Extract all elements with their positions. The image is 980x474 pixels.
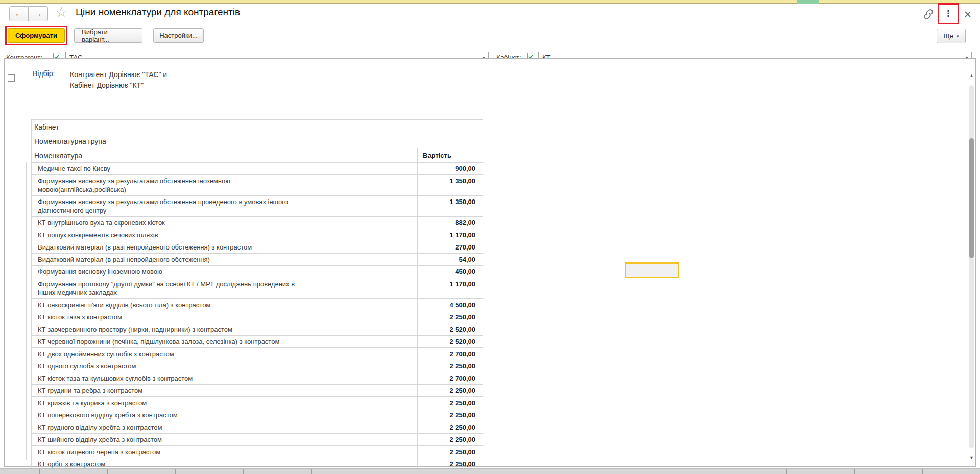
table-row[interactable]: КТ двох однойменних суглобів з контрасто…: [32, 348, 483, 360]
more-button-label: Ще: [944, 32, 953, 40]
price-cell[interactable]: 1 170,00: [417, 229, 483, 241]
vertical-scrollbar[interactable]: ▲ ▼: [967, 59, 975, 466]
price-cell[interactable]: 2 250,00: [417, 397, 483, 409]
nomenclature-cell[interactable]: Видатковий матеріал (в разі непройденого…: [32, 254, 417, 265]
table-row[interactable]: КТ шийного відділу хребта з контрастом2 …: [32, 434, 483, 446]
table-row[interactable]: КТ онкоскринінг п'яти відділів (всього т…: [32, 299, 483, 311]
price-cell[interactable]: 2 520,00: [417, 336, 483, 347]
group-gutter-line: [19, 162, 19, 460]
table-row[interactable]: Формування висновку за результатами обст…: [32, 175, 483, 196]
history-nav-group: ← →: [9, 6, 48, 21]
nomenclature-cell[interactable]: КТ черевної порожнини (печінка, підшлунк…: [32, 336, 417, 347]
price-cell[interactable]: 2 250,00: [417, 385, 483, 396]
price-cell[interactable]: 2 700,00: [417, 372, 483, 384]
choose-variant-button[interactable]: Вибрати варіант...: [74, 28, 142, 43]
price-cell[interactable]: 2 250,00: [417, 360, 483, 372]
table-row[interactable]: КТ кісток таза та кульшових суглобів з к…: [32, 372, 483, 385]
chevron-down-icon: ▾: [957, 34, 959, 39]
nomenclature-cell[interactable]: Видатковий матеріал (в разі непройденого…: [32, 241, 417, 253]
highlight-box-menu: ⋮: [938, 3, 959, 24]
price-cell[interactable]: 1 350,00: [417, 175, 483, 195]
more-button[interactable]: Ще ▾: [937, 29, 966, 43]
price-cell[interactable]: 882,00: [417, 217, 483, 229]
price-cell[interactable]: 270,00: [417, 241, 483, 253]
table-row[interactable]: КТ кісток таза з контрастом2 250,00: [32, 311, 483, 323]
app-window: ← → ☆ Ціни номенклатури для контрагентів…: [0, 0, 980, 474]
progress-segment: [797, 0, 819, 4]
nomenclature-cell[interactable]: КТ грудини та ребра з контрастом: [32, 385, 417, 396]
link-icon[interactable]: [922, 8, 935, 20]
nomenclature-cell[interactable]: Формування протоколу "другої думки" на о…: [32, 278, 417, 298]
table-row[interactable]: КТ черевної порожнини (печінка, підшлунк…: [32, 336, 483, 348]
table-row[interactable]: Видатковий матеріал (в разі непройденого…: [32, 241, 483, 254]
nomenclature-cell[interactable]: КТ внутрішнього вуха та скроневих кісток: [32, 217, 417, 229]
group-gutter-line: [12, 162, 12, 460]
table-row[interactable]: Формування висновку за результатами обст…: [32, 196, 483, 217]
forward-arrow-icon: →: [34, 9, 42, 19]
nomenclature-cell[interactable]: КТ кісток таза з контрастом: [32, 311, 417, 323]
price-cell[interactable]: 900,00: [417, 163, 483, 174]
price-cell[interactable]: 2 250,00: [417, 434, 483, 445]
favorite-star-icon[interactable]: ☆: [55, 4, 67, 20]
nomenclature-cell[interactable]: КТ одного суглоба з контрастом: [32, 360, 417, 372]
table-row[interactable]: Формування висновку іноземною мовою450,0…: [32, 266, 483, 278]
table-row[interactable]: Формування протоколу "другої думки" на о…: [32, 278, 483, 299]
price-table: Кабінет Номенклатурна група Номенклатура…: [31, 119, 483, 470]
bottom-taskbar-strip: [0, 468, 980, 474]
table-row[interactable]: КТ поперекового відділу хребта з контрас…: [32, 409, 483, 421]
collapse-group-button[interactable]: −: [8, 74, 15, 82]
group-header-label: Номенклатурна група: [32, 137, 483, 145]
table-row[interactable]: КТ кісток лицевого черепа з контрастом2 …: [32, 446, 483, 458]
price-cell[interactable]: 1 350,00: [417, 196, 483, 216]
scrollbar-thumb[interactable]: [969, 138, 974, 258]
table-row[interactable]: КТ грудини та ребра з контрастом2 250,00: [32, 385, 483, 397]
nomenclature-cell[interactable]: КТ онкоскринінг п'яти відділів (всього т…: [32, 299, 417, 311]
table-row[interactable]: КТ внутрішнього вуха та скроневих кісток…: [32, 217, 483, 229]
price-cell[interactable]: 54,00: [417, 254, 483, 265]
nomenclature-cell[interactable]: КТ поперекового відділу хребта з контрас…: [32, 409, 417, 421]
nomenclature-cell[interactable]: Формування висновку іноземною мовою: [32, 266, 417, 278]
back-button[interactable]: ←: [9, 6, 29, 21]
group-connector-line: [11, 121, 31, 121]
scrollbar-down-icon[interactable]: ▼: [967, 455, 976, 460]
price-cell[interactable]: 4 500,00: [417, 299, 483, 311]
close-icon[interactable]: ✕: [964, 9, 972, 20]
price-cell[interactable]: 2 250,00: [417, 311, 483, 323]
nomenclature-cell[interactable]: КТ шийного відділу хребта з контрастом: [32, 434, 417, 445]
price-cell[interactable]: 2 250,00: [417, 421, 483, 433]
price-cell[interactable]: 2 250,00: [417, 446, 483, 458]
nomenclature-cell[interactable]: Формування висновку за результатами обст…: [32, 175, 417, 195]
scrollbar-track[interactable]: [969, 85, 974, 448]
table-row[interactable]: КТ грудного відділу хребта з контрастом2…: [32, 421, 483, 434]
forward-button[interactable]: →: [29, 6, 48, 21]
nomenclature-cell[interactable]: КТ кісток лицевого черепа з контрастом: [32, 446, 417, 458]
nomenclature-cell[interactable]: Медичне таксі по Києву: [32, 163, 417, 174]
nomenclature-cell[interactable]: КТ крижків та куприка з контрастом: [32, 397, 417, 409]
price-cell[interactable]: 450,00: [417, 266, 483, 278]
table-row[interactable]: КТ заочеревинного простору (нирки, надни…: [32, 323, 483, 336]
nomenclature-cell[interactable]: КТ пошук конкрементів сечових шляхів: [32, 229, 417, 241]
kebab-menu-icon[interactable]: ⋮: [944, 12, 953, 15]
table-row[interactable]: КТ пошук конкрементів сечових шляхів1 17…: [32, 229, 483, 241]
generate-button[interactable]: Сформувати: [8, 28, 65, 43]
table-row[interactable]: Видатковий матеріал (в разі непройденого…: [32, 254, 483, 266]
selection-label: Відбір:: [33, 69, 55, 78]
group-header-nomenclature-group[interactable]: Номенклатурна група: [32, 134, 483, 148]
scrollbar-up-icon[interactable]: ▲: [967, 73, 976, 78]
settings-button[interactable]: Настройки...: [153, 28, 204, 43]
nomenclature-cell[interactable]: КТ грудного відділу хребта з контрастом: [32, 421, 417, 433]
price-cell[interactable]: 2 700,00: [417, 348, 483, 360]
nomenclature-cell[interactable]: Формування висновку за результатами обст…: [32, 196, 417, 216]
price-cell[interactable]: 2 520,00: [417, 323, 483, 335]
group-header-cabinet[interactable]: Кабінет: [32, 120, 483, 134]
table-row[interactable]: Медичне таксі по Києву900,00: [32, 163, 483, 175]
highlighted-empty-field: [625, 262, 679, 278]
nomenclature-cell[interactable]: КТ кісток таза та кульшових суглобів з к…: [32, 372, 417, 384]
price-cell[interactable]: 1 170,00: [417, 278, 483, 298]
column-header-row[interactable]: Номенклатура Вартість: [32, 148, 483, 163]
nomenclature-cell[interactable]: КТ двох однойменних суглобів з контрасто…: [32, 348, 417, 360]
table-row[interactable]: КТ крижків та куприка з контрастом2 250,…: [32, 397, 483, 409]
table-row[interactable]: КТ одного суглоба з контрастом2 250,00: [32, 360, 483, 372]
price-cell[interactable]: 2 250,00: [417, 409, 483, 421]
nomenclature-cell[interactable]: КТ заочеревинного простору (нирки, надни…: [32, 323, 417, 335]
